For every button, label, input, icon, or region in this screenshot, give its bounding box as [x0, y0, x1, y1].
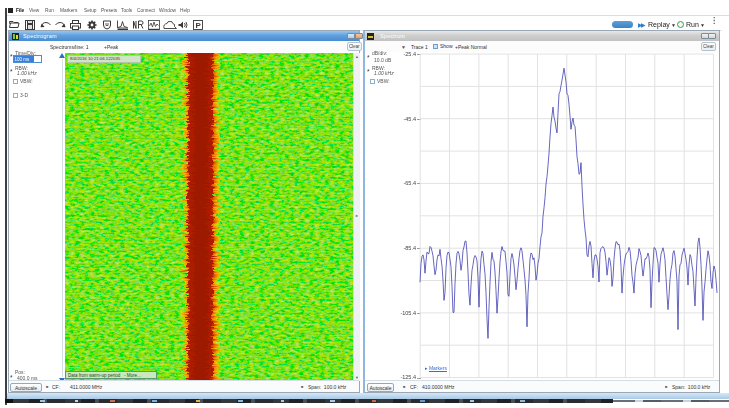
svg-text:P: P — [196, 21, 202, 30]
